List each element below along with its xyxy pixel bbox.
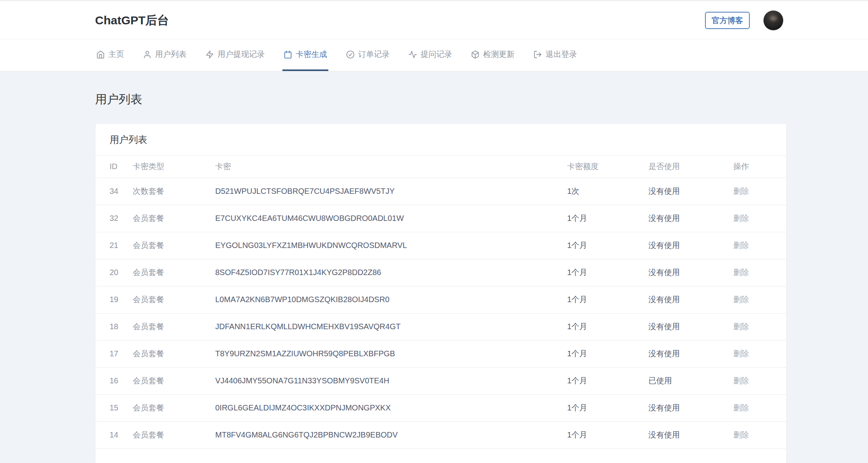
cell-type: 会员套餐	[133, 205, 215, 232]
delete-link[interactable]: 删除	[733, 187, 749, 195]
delete-link[interactable]: 删除	[733, 295, 749, 304]
nav-item-label: 主页	[108, 49, 124, 60]
col-header-id: ID	[95, 156, 133, 178]
card-title: 用户列表	[95, 124, 786, 156]
nav-item-label: 退出登录	[546, 49, 577, 60]
table-row: 34 次数套餐 D521WPUJLCTSFOBRQE7CU4PSJAEF8WV5…	[95, 178, 786, 205]
cell-quota: 1个月	[567, 340, 648, 367]
cell-id: 19	[95, 286, 133, 313]
nav-item-home[interactable]: 主页	[95, 39, 125, 71]
nav-item-withdraw-records[interactable]: 用户提现记录	[204, 39, 266, 71]
cell-used: 没有使用	[648, 178, 733, 205]
cell-used: 没有使用	[648, 394, 733, 421]
table-header-row: ID 卡密类型 卡密 卡密额度 是否使用 操作	[95, 156, 786, 178]
cell-used: 没有使用	[648, 259, 733, 286]
cell-type: 会员套餐	[133, 421, 215, 448]
logout-icon	[533, 50, 542, 59]
card-keys-table: ID 卡密类型 卡密 卡密额度 是否使用 操作 34 次数套餐 D521WPUJ…	[95, 156, 786, 449]
card-keys-card: 用户列表 ID 卡密类型 卡密 卡密额度 是否使用 操作	[95, 123, 787, 463]
table-row: 32 会员套餐 E7CUXYKC4EA6TUM46CWU8WOBGDRO0ADL…	[95, 205, 786, 232]
cell-quota: 1个月	[567, 421, 648, 448]
cell-id: 34	[95, 178, 133, 205]
delete-link[interactable]: 删除	[733, 376, 749, 385]
cell-quota: 1个月	[567, 367, 648, 394]
cell-id: 21	[95, 232, 133, 259]
next-row-partial	[95, 449, 786, 463]
cell-key: VJ4406JMY55ONA7G11N33YSOBMY9SV0TE4H	[215, 367, 567, 394]
nav-item-logout[interactable]: 退出登录	[532, 39, 578, 71]
col-header-action: 操作	[733, 156, 786, 178]
nav-item-label: 订单记录	[358, 49, 390, 60]
cell-key: L0MA7A2KN6B7WP10DMGSZQKIB28OIJ4DSR0	[215, 286, 567, 313]
delete-link[interactable]: 删除	[733, 268, 749, 277]
col-header-quota: 卡密额度	[567, 156, 648, 178]
cell-used: 没有使用	[648, 286, 733, 313]
delete-link[interactable]: 删除	[733, 349, 749, 358]
home-icon	[96, 50, 105, 59]
cell-quota: 1个月	[567, 394, 648, 421]
cell-key: MT8FV4GM8ALG6NG6TQJ2BPBNCW2JB9EBODV	[215, 421, 567, 448]
table-row: 18 会员套餐 JDFANN1ERLKQMLLDWHCMEHXBV19SAVQR…	[95, 313, 786, 340]
table-row: 15 会员套餐 0IRGL6GEALDIJMZ4OC3IKXXDPNJMONGP…	[95, 394, 786, 421]
delete-link[interactable]: 删除	[733, 214, 749, 222]
nav-item-label: 提问记录	[421, 49, 452, 60]
zap-icon	[205, 50, 214, 59]
cell-key: EYGOLNG03LYFXZ1MBHWUKDNWCQROSDMARVL	[215, 232, 567, 259]
col-header-key: 卡密	[215, 156, 567, 178]
activity-icon	[408, 50, 417, 59]
col-header-used: 是否使用	[648, 156, 733, 178]
cell-used: 已使用	[648, 367, 733, 394]
nav-item-question-records[interactable]: 提问记录	[407, 39, 453, 71]
cell-key: E7CUXYKC4EA6TUM46CWU8WOBGDRO0ADL01W	[215, 205, 567, 232]
user-icon	[143, 50, 152, 59]
cell-quota: 1个月	[567, 232, 648, 259]
official-blog-button[interactable]: 官方博客	[705, 12, 750, 29]
header-actions: 官方博客	[705, 10, 787, 31]
cell-type: 会员套餐	[133, 313, 215, 340]
col-header-type: 卡密类型	[133, 156, 215, 178]
cell-key: 8SOF4Z5IOD7ISY77R01X1J4KYG2P8DD2Z86	[215, 259, 567, 286]
cell-id: 15	[95, 394, 133, 421]
cell-key: T8Y9URZN2SM1AZZIUWOHR59Q8PEBLXBFPGB	[215, 340, 567, 367]
cell-quota: 1个月	[567, 313, 648, 340]
avatar[interactable]	[763, 10, 784, 31]
calendar-icon	[284, 50, 292, 59]
cell-id: 17	[95, 340, 133, 367]
cell-used: 没有使用	[648, 205, 733, 232]
cell-quota: 1次	[567, 178, 648, 205]
cell-type: 会员套餐	[133, 286, 215, 313]
nav-item-label: 检测更新	[483, 49, 515, 60]
box-icon	[471, 50, 480, 59]
table-row: 20 会员套餐 8SOF4Z5IOD7ISY77R01X1J4KYG2P8DD2…	[95, 259, 786, 286]
nav-item-user-list[interactable]: 用户列表	[142, 39, 188, 71]
nav-item-card-key-generate[interactable]: 卡密生成	[282, 39, 328, 71]
cell-key: 0IRGL6GEALDIJMZ4OC3IKXXDPNJMONGPXKX	[215, 394, 567, 421]
table-row: 16 会员套餐 VJ4406JMY55ONA7G11N33YSOBMY9SV0T…	[95, 367, 786, 394]
cell-id: 18	[95, 313, 133, 340]
delete-link[interactable]: 删除	[733, 322, 749, 331]
cell-quota: 1个月	[567, 286, 648, 313]
delete-link[interactable]: 删除	[733, 241, 749, 250]
table-row: 17 会员套餐 T8Y9URZN2SM1AZZIUWOHR59Q8PEBLXBF…	[95, 340, 786, 367]
cell-key: JDFANN1ERLKQMLLDWHCMEHXBV19SAVQR4GT	[215, 313, 567, 340]
cell-type: 会员套餐	[133, 232, 215, 259]
cell-id: 14	[95, 421, 133, 448]
nav-item-label: 卡密生成	[296, 49, 327, 60]
cell-used: 没有使用	[648, 340, 733, 367]
main-nav: 主页 用户列表 用户提现记录 卡密生成 订单记录 提问记录 检测更新 退出登录	[0, 39, 868, 71]
cell-id: 16	[95, 367, 133, 394]
cell-quota: 1个月	[567, 259, 648, 286]
nav-item-check-update[interactable]: 检测更新	[470, 39, 516, 71]
cell-type: 会员套餐	[133, 340, 215, 367]
check-circle-icon	[346, 50, 355, 59]
cell-id: 32	[95, 205, 133, 232]
delete-link[interactable]: 删除	[733, 403, 749, 412]
table-body: 34 次数套餐 D521WPUJLCTSFOBRQE7CU4PSJAEF8WV5…	[95, 178, 786, 448]
delete-link[interactable]: 删除	[733, 430, 749, 439]
cell-id: 20	[95, 259, 133, 286]
cell-type: 会员套餐	[133, 394, 215, 421]
nav-item-label: 用户提现记录	[218, 49, 265, 60]
nav-item-order-records[interactable]: 订单记录	[345, 39, 391, 71]
table-row: 21 会员套餐 EYGOLNG03LYFXZ1MBHWUKDNWCQROSDMA…	[95, 232, 786, 259]
cell-used: 没有使用	[648, 421, 733, 448]
